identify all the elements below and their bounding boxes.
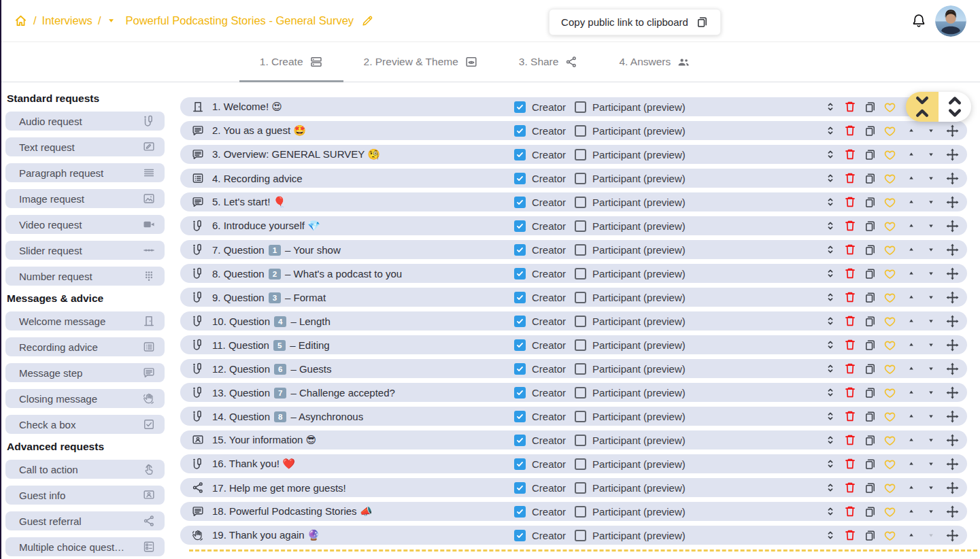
participant-checkbox[interactable] xyxy=(575,482,586,494)
favorite-step-button[interactable] xyxy=(881,503,898,520)
creator-checkbox[interactable] xyxy=(514,530,526,541)
request-step-row[interactable]: 8. Question 2 – What's a podcast to youC… xyxy=(180,264,967,283)
creator-toggle[interactable]: Creator xyxy=(514,435,566,446)
move-down-button[interactable] xyxy=(925,146,937,163)
participant-toggle[interactable]: Participant (preview) xyxy=(575,530,686,541)
expand-step-button[interactable] xyxy=(822,218,839,234)
participant-checkbox[interactable] xyxy=(575,411,586,422)
creator-toggle[interactable]: Creator xyxy=(514,220,566,232)
creator-toggle[interactable]: Creator xyxy=(514,363,566,375)
creator-toggle[interactable]: Creator xyxy=(514,339,566,351)
creator-checkbox[interactable] xyxy=(514,339,526,351)
sidebar-item-recording-advice[interactable]: Recording advice xyxy=(5,337,165,356)
duplicate-step-button[interactable] xyxy=(862,146,878,163)
delete-step-button[interactable] xyxy=(842,479,858,496)
creator-toggle[interactable]: Creator xyxy=(514,316,566,327)
participant-checkbox[interactable] xyxy=(575,197,586,208)
creator-toggle[interactable]: Creator xyxy=(514,411,566,422)
move-down-button[interactable] xyxy=(925,479,937,496)
favorite-step-button[interactable] xyxy=(881,146,898,163)
request-step-row[interactable]: 14. Question 8 – AsynchronousCreatorPart… xyxy=(180,407,967,426)
favorite-step-button[interactable] xyxy=(881,265,898,282)
sidebar-item-number-request[interactable]: Number request xyxy=(5,267,165,286)
move-up-button[interactable] xyxy=(905,432,917,448)
duplicate-step-button[interactable] xyxy=(862,337,878,353)
move-up-button[interactable] xyxy=(905,122,917,139)
expand-step-button[interactable] xyxy=(822,408,839,424)
creator-checkbox[interactable] xyxy=(514,292,526,303)
drag-move-button[interactable] xyxy=(944,337,960,353)
favorite-step-button[interactable] xyxy=(881,479,898,496)
participant-checkbox[interactable] xyxy=(575,220,586,232)
drag-move-button[interactable] xyxy=(944,313,960,329)
favorite-step-button[interactable] xyxy=(881,289,898,305)
duplicate-step-button[interactable] xyxy=(862,241,878,258)
drag-move-button[interactable] xyxy=(944,408,960,424)
participant-toggle[interactable]: Participant (preview) xyxy=(575,220,686,232)
delete-step-button[interactable] xyxy=(842,456,858,472)
participant-toggle[interactable]: Participant (preview) xyxy=(575,125,686,137)
delete-step-button[interactable] xyxy=(842,503,858,520)
delete-step-button[interactable] xyxy=(842,408,858,424)
creator-checkbox[interactable] xyxy=(514,435,526,446)
creator-toggle[interactable]: Creator xyxy=(514,197,566,208)
user-avatar[interactable] xyxy=(935,5,966,37)
favorite-step-button[interactable] xyxy=(881,456,898,472)
participant-checkbox[interactable] xyxy=(575,387,586,399)
creator-checkbox[interactable] xyxy=(514,173,526,184)
creator-checkbox[interactable] xyxy=(514,101,526,113)
participant-checkbox[interactable] xyxy=(575,149,586,160)
move-down-button[interactable] xyxy=(925,241,937,258)
sidebar-item-welcome-message[interactable]: Welcome message xyxy=(5,311,165,331)
expand-step-button[interactable] xyxy=(822,432,839,448)
participant-toggle[interactable]: Participant (preview) xyxy=(575,435,686,446)
request-step-row[interactable]: 9. Question 3 – FormatCreatorParticipant… xyxy=(180,288,967,307)
duplicate-step-button[interactable] xyxy=(862,360,878,377)
creator-checkbox[interactable] xyxy=(514,268,526,280)
drag-move-button[interactable] xyxy=(944,289,960,305)
tab-share[interactable]: 3. Share xyxy=(499,42,599,82)
pencil-icon[interactable] xyxy=(361,14,374,27)
chevron-down-icon[interactable] xyxy=(106,16,116,26)
creator-checkbox[interactable] xyxy=(514,220,526,232)
move-down-button[interactable] xyxy=(925,265,937,282)
delete-step-button[interactable] xyxy=(842,384,858,401)
participant-toggle[interactable]: Participant (preview) xyxy=(575,363,686,375)
participant-toggle[interactable]: Participant (preview) xyxy=(575,292,686,303)
drag-move-button[interactable] xyxy=(944,503,960,520)
creator-toggle[interactable]: Creator xyxy=(514,506,566,518)
request-step-row[interactable]: 7. Question 1 – Your showCreatorParticip… xyxy=(180,240,967,259)
sidebar-item-text-request[interactable]: Text request xyxy=(5,137,165,156)
move-up-button[interactable] xyxy=(905,360,917,377)
participant-toggle[interactable]: Participant (preview) xyxy=(575,387,686,399)
move-up-button[interactable] xyxy=(905,503,917,520)
drag-move-button[interactable] xyxy=(944,479,960,496)
favorite-step-button[interactable] xyxy=(881,384,898,401)
expand-step-button[interactable] xyxy=(822,99,839,115)
tab-preview-theme[interactable]: 2. Preview & Theme xyxy=(343,42,499,82)
delete-step-button[interactable] xyxy=(842,313,858,329)
participant-checkbox[interactable] xyxy=(575,268,586,280)
move-up-button[interactable] xyxy=(905,146,917,163)
expand-step-button[interactable] xyxy=(822,170,839,186)
duplicate-step-button[interactable] xyxy=(862,99,878,115)
request-step-row[interactable]: 16. Thank you! ❤️CreatorParticipant (pre… xyxy=(180,454,967,473)
participant-checkbox[interactable] xyxy=(575,530,586,541)
move-up-button[interactable] xyxy=(905,313,917,329)
participant-checkbox[interactable] xyxy=(575,101,586,113)
participant-checkbox[interactable] xyxy=(575,458,586,470)
expand-step-button[interactable] xyxy=(822,122,839,139)
favorite-step-button[interactable] xyxy=(881,218,898,234)
sidebar-item-image-request[interactable]: Image request xyxy=(5,189,165,208)
request-step-row[interactable]: 15. Your information 😎CreatorParticipant… xyxy=(180,430,967,450)
move-up-button[interactable] xyxy=(905,241,917,258)
favorite-step-button[interactable] xyxy=(881,313,898,329)
delete-step-button[interactable] xyxy=(842,337,858,353)
duplicate-step-button[interactable] xyxy=(862,408,878,424)
participant-toggle[interactable]: Participant (preview) xyxy=(575,339,686,351)
creator-checkbox[interactable] xyxy=(514,244,526,256)
participant-toggle[interactable]: Participant (preview) xyxy=(575,173,686,184)
favorite-step-button[interactable] xyxy=(881,122,898,139)
delete-step-button[interactable] xyxy=(842,432,858,448)
duplicate-step-button[interactable] xyxy=(862,265,878,282)
